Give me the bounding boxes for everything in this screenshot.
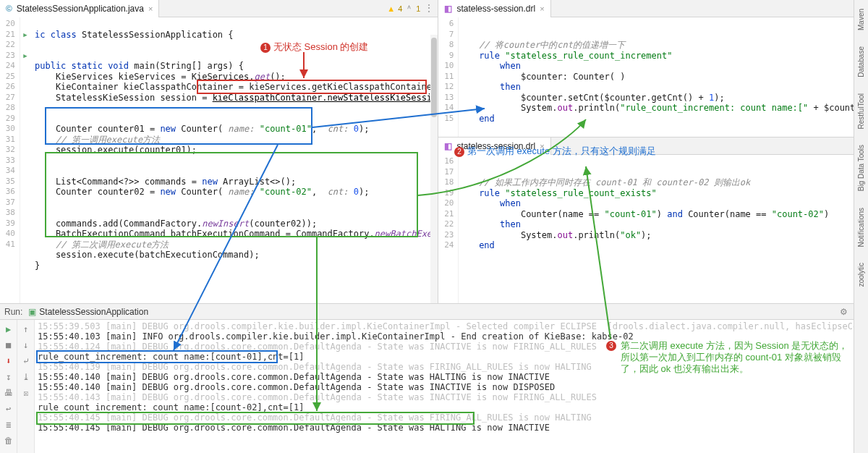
right-bottom-editor[interactable]: // 如果工作内存中同时存在 count-01 和 counter-02 则输出…: [459, 155, 868, 303]
left-tab-bar: © StatelessSessionApplication.java × ▲ 4…: [0, 0, 438, 17]
tab-drl-file-top[interactable]: ◧ stateless-session.drl ×: [438, 0, 550, 17]
up-icon[interactable]: ↑: [20, 323, 33, 336]
scroll-icon[interactable]: ↧: [2, 371, 15, 384]
tool-notifications[interactable]: Notifications: [857, 205, 865, 250]
run-gutter: ▶▶: [20, 17, 30, 303]
tool-zoolytic[interactable]: zoolytic: [857, 260, 865, 289]
stop-icon[interactable]: ■: [2, 339, 15, 352]
line-number-gutter: 161718192021222324: [438, 155, 459, 303]
tab-filename: StatelessSessionApplication.java: [17, 4, 144, 14]
run-label: Run:: [4, 307, 22, 317]
scroll-end-icon[interactable]: ⤓: [20, 371, 33, 384]
left-editor[interactable]: ic class StatelessSessionApplication { p…: [30, 17, 438, 303]
rerun-icon[interactable]: ▶: [2, 323, 15, 336]
line-number-gutter: 2021222324252627282930313233343536373839…: [0, 17, 20, 303]
warning-icon: ▲: [387, 4, 395, 13]
exit-icon[interactable]: ⬇: [2, 355, 15, 368]
wrap-icon[interactable]: ↩: [2, 402, 15, 415]
close-icon[interactable]: ×: [540, 4, 544, 13]
tab-drl-file-bottom[interactable]: ◧ stateless-session.drl ×: [438, 137, 550, 155]
down-icon[interactable]: ↓: [20, 339, 33, 352]
right-top-editor[interactable]: // 将counter中的cnt的值递增一下 rule "stateless_r…: [459, 17, 868, 137]
tab-java-file[interactable]: © StatelessSessionApplication.java ×: [0, 0, 159, 17]
soft-wrap-icon[interactable]: ⤶: [20, 355, 33, 368]
tool-maven[interactable]: Maven: [857, 6, 865, 33]
delete-icon[interactable]: 🗑: [2, 434, 15, 447]
settings-icon[interactable]: ⚙: [840, 307, 848, 317]
run-config-icon: ▣: [28, 307, 36, 317]
run-tool-header: Run: ▣ StatelessSessionApplication ⚙ —: [0, 304, 868, 320]
run-toolbar: ▶ ■ ⬇ ↧ 🖶 ↩ ≣ 🗑: [0, 320, 17, 453]
drools-file-icon: ◧: [444, 4, 452, 14]
console-output[interactable]: 15:55:39.503 [main] DEBUG org.drools.com…: [35, 320, 868, 453]
right-tool-strip: Maven Database RestfulTool Big Data Tool…: [854, 0, 868, 453]
run-toolbar-2: ↑ ↓ ⤶ ⤓ ☒: [17, 320, 35, 453]
filter-icon[interactable]: ≣: [2, 418, 15, 431]
close-icon[interactable]: ×: [148, 4, 153, 13]
drools-file-icon: ◧: [444, 141, 452, 151]
clear-icon[interactable]: ☒: [20, 386, 33, 399]
vertical-scrollbar[interactable]: [430, 35, 438, 303]
right-top-tab-bar: ◧ stateless-session.drl × ⋮: [438, 0, 868, 17]
tool-restful[interactable]: RestfulTool: [857, 90, 865, 132]
tab-more-icon[interactable]: ⋮: [425, 3, 433, 13]
close-icon[interactable]: ×: [540, 142, 544, 151]
right-bottom-tab-bar: ◧ stateless-session.drl × ⋮: [438, 137, 868, 155]
tool-bigdata[interactable]: Big Data Tools: [857, 142, 865, 194]
print-icon[interactable]: 🖶: [2, 386, 15, 399]
tool-database[interactable]: Database: [857, 43, 865, 80]
java-file-icon: ©: [6, 4, 12, 14]
line-number-gutter: 6789101112131415: [438, 17, 459, 137]
inspections-widget[interactable]: ▲ 4 ＾ 1: [387, 3, 420, 14]
run-title: StatelessSessionApplication: [39, 307, 148, 317]
